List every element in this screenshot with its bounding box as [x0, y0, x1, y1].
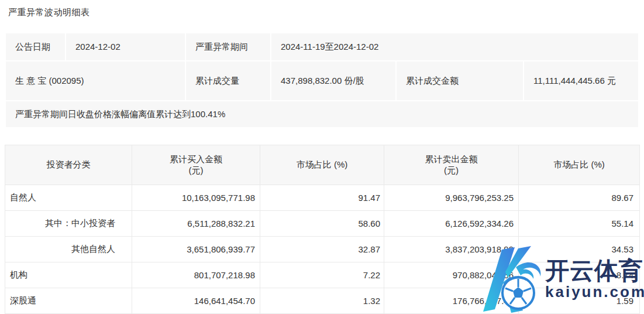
stock-name: 生 意 宝 (002095) — [6, 62, 185, 100]
amount-label: 累计成交金额 — [397, 62, 523, 100]
sell-percent: 1.59 — [519, 288, 640, 314]
volume-value: 437,898,832.00 份/股 — [271, 62, 395, 100]
investor-row: 机构801,707,218.987.22970,882,044.568.74 — [5, 262, 640, 288]
page-title: 严重异常波动明细表 — [8, 7, 90, 18]
header-investor-category: 投资者分类 — [5, 145, 132, 185]
buy-amount: 6,511,288,832.21 — [132, 211, 260, 237]
header-sell-amount: 累计卖出金额 (元) — [384, 145, 519, 185]
announce-date-label: 公告日期 — [6, 33, 65, 60]
summary-row-dates: 公告日期 2024-12-02 严重异常期间 2024-11-19至2024-1… — [6, 33, 638, 60]
header-label: 市场占比 (%) — [297, 159, 348, 169]
abnormal-fluctuation-report: 严重异常波动明细表 公告日期 2024-12-02 严重异常期间 2024-11… — [0, 0, 644, 314]
buy-amount: 801,707,218.98 — [132, 262, 260, 288]
header-buy-amount: 累计买入金额 (元) — [132, 145, 260, 185]
investor-table: 投资者分类 累计买入金额 (元) 市场占比 (%) 累计卖出金额 (元) 市场占… — [5, 145, 640, 314]
amount-value: 11,111,444,445.66 元 — [524, 62, 638, 100]
abnormal-period-label: 严重异常期间 — [186, 33, 270, 60]
buy-percent: 7.22 — [260, 262, 384, 288]
investor-row: 深股通146,641,454.701.32176,766,407.451.59 — [5, 288, 640, 314]
investor-category: 其中：中小投资者 — [5, 211, 132, 237]
buy-percent: 32.87 — [260, 237, 384, 262]
header-label: 累计买入金额 — [170, 154, 222, 164]
summary-row-note: 严重异常期间日收盘价格涨幅偏离值累计达到100.41% — [6, 101, 638, 127]
buy-percent: 58.60 — [260, 211, 384, 237]
sell-percent: 8.74 — [519, 262, 640, 288]
investor-category: 其他自然人 — [5, 237, 132, 262]
header-label: 市场占比 (%) — [553, 159, 605, 169]
buy-percent: 91.47 — [260, 185, 384, 211]
sell-percent: 34.53 — [519, 237, 640, 262]
sell-amount: 970,882,044.56 — [384, 262, 519, 288]
buy-amount: 10,163,095,771.98 — [132, 185, 260, 211]
deviation-note: 严重异常期间日收盘价格涨幅偏离值累计达到100.41% — [6, 101, 638, 127]
sell-percent: 89.67 — [519, 185, 640, 211]
investor-table-body: 自然人10,163,095,771.9891.479,963,796,253.2… — [5, 185, 640, 314]
investor-row: 自然人10,163,095,771.9891.479,963,796,253.2… — [5, 185, 640, 211]
buy-amount: 146,641,454.70 — [132, 288, 260, 314]
investor-table-header: 投资者分类 累计买入金额 (元) 市场占比 (%) 累计卖出金额 (元) 市场占… — [5, 145, 640, 185]
header-label: 投资者分类 — [47, 159, 91, 169]
header-buy-percent: 市场占比 (%) — [260, 145, 384, 185]
announce-date-value: 2024-12-02 — [66, 33, 185, 60]
summary-row-stock: 生 意 宝 (002095) 累计成交量 437,898,832.00 份/股 … — [6, 62, 638, 100]
sell-amount: 9,963,796,253.25 — [384, 185, 519, 211]
summary-table: 公告日期 2024-12-02 严重异常期间 2024-11-19至2024-1… — [5, 32, 639, 128]
header-sub: (元) — [387, 165, 516, 176]
investor-row: 其中：中小投资者6,511,288,832.2158.606,126,592,3… — [5, 211, 640, 237]
investor-category: 自然人 — [5, 185, 132, 211]
sell-percent: 55.14 — [519, 211, 640, 237]
sell-amount: 6,126,592,334.26 — [384, 211, 519, 237]
sell-amount: 176,766,407.45 — [384, 288, 519, 314]
sell-amount: 3,837,203,918.99 — [384, 237, 519, 262]
buy-percent: 1.32 — [260, 288, 384, 314]
investor-row: 其他自然人3,651,806,939.7732.873,837,203,918.… — [5, 237, 640, 262]
buy-amount: 3,651,806,939.77 — [132, 237, 260, 262]
header-label: 累计卖出金额 — [425, 154, 478, 164]
header-sell-percent: 市场占比 (%) — [519, 145, 640, 185]
investor-category: 深股通 — [5, 288, 132, 314]
volume-label: 累计成交量 — [186, 62, 270, 100]
abnormal-period-value: 2024-11-19至2024-12-02 — [271, 33, 638, 60]
investor-category: 机构 — [5, 262, 132, 288]
header-sub: (元) — [135, 165, 257, 176]
